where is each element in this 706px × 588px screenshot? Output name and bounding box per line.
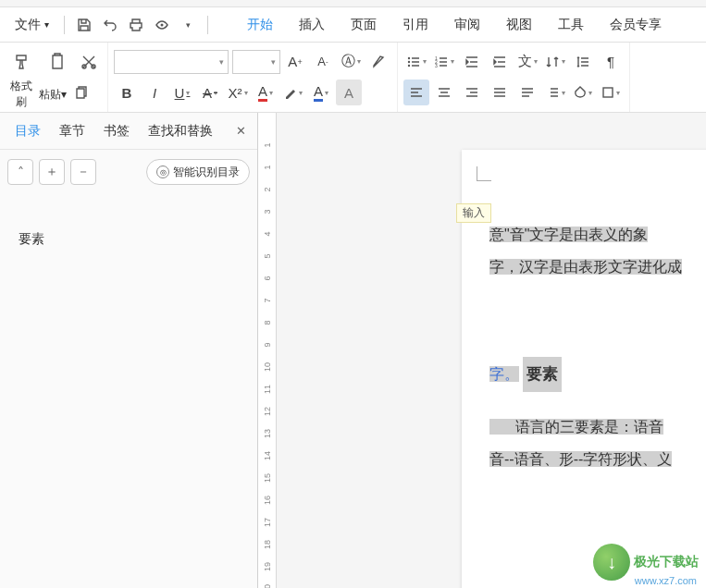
bold-icon[interactable]: B bbox=[114, 80, 140, 105]
copy-icon[interactable] bbox=[68, 80, 94, 106]
svg-text:3: 3 bbox=[435, 63, 438, 68]
text-span: 语言的三要素是：语音 bbox=[489, 419, 663, 435]
page-corner-mark bbox=[477, 166, 491, 181]
text-span: 意"音"文字是由表义的象 bbox=[489, 227, 648, 242]
superscript-icon[interactable]: X²▾ bbox=[225, 80, 251, 105]
print-icon[interactable] bbox=[124, 13, 148, 37]
font-box-icon[interactable]: A bbox=[336, 80, 362, 105]
outdent-icon[interactable] bbox=[459, 49, 485, 75]
outline-item[interactable]: 要素 bbox=[19, 231, 239, 248]
shading-icon[interactable]: ▾ bbox=[570, 80, 596, 105]
text-color-icon[interactable]: A▾ bbox=[308, 80, 334, 105]
increase-font-icon[interactable]: A+ bbox=[282, 49, 308, 75]
target-icon: ◎ bbox=[156, 165, 169, 178]
smart-recognize-button[interactable]: ◎ 智能识别目录 bbox=[146, 159, 250, 185]
text-span: 字，汉字是由表形文字进化成 bbox=[489, 259, 682, 275]
tab-review[interactable]: 审阅 bbox=[441, 9, 493, 41]
underline-icon[interactable]: U▾ bbox=[169, 80, 195, 105]
bullets-icon[interactable]: ▾ bbox=[403, 49, 429, 75]
svg-point-0 bbox=[161, 23, 164, 26]
ime-hint: 输入 bbox=[456, 203, 491, 223]
indent-icon[interactable] bbox=[487, 49, 513, 75]
chevron-down-icon[interactable]: ▾ bbox=[176, 13, 200, 37]
vertical-ruler: 11234567891011121314151617181920 bbox=[258, 113, 277, 588]
format-painter-label: 格式刷 bbox=[6, 79, 37, 110]
sidebar-tab-outline[interactable]: 目录 bbox=[6, 117, 50, 145]
close-icon[interactable]: ✕ bbox=[229, 120, 252, 142]
paste-label: 粘贴▾ bbox=[39, 87, 67, 103]
document-body[interactable]: 意"音"文字是由表义的象 字，汉字是由表形文字进化成 字。 要素 语言的三要素是… bbox=[489, 218, 706, 475]
tab-member[interactable]: 会员专享 bbox=[597, 9, 675, 41]
smart-recognize-label: 智能识别目录 bbox=[173, 165, 240, 180]
decrease-font-icon[interactable]: A- bbox=[310, 49, 336, 75]
tab-tools[interactable]: 工具 bbox=[545, 9, 597, 41]
align-justify-icon[interactable] bbox=[487, 80, 513, 105]
change-case-icon[interactable]: Ⓐ▾ bbox=[338, 49, 364, 75]
svg-point-4 bbox=[408, 61, 410, 63]
align-center-icon[interactable] bbox=[431, 80, 457, 105]
font-family-select[interactable]: ▾ bbox=[114, 50, 229, 74]
borders-icon[interactable]: ▾ bbox=[598, 80, 624, 105]
svg-point-3 bbox=[408, 57, 410, 59]
line-height-icon[interactable]: ▾ bbox=[542, 80, 568, 105]
highlight-icon[interactable]: ▾ bbox=[280, 80, 306, 105]
font-color-icon[interactable]: A▾ bbox=[253, 80, 279, 105]
distribute-icon[interactable] bbox=[514, 80, 540, 105]
undo-icon[interactable] bbox=[98, 13, 122, 37]
tab-page[interactable]: 页面 bbox=[338, 9, 390, 41]
sidebar-tab-bookmark[interactable]: 书签 bbox=[94, 117, 139, 145]
cut-icon[interactable] bbox=[76, 49, 102, 75]
sort-icon[interactable]: ▾ bbox=[542, 49, 568, 75]
italic-icon[interactable]: I bbox=[142, 80, 167, 105]
text-direction-icon[interactable]: 文▾ bbox=[514, 49, 540, 75]
strikethrough-icon[interactable]: A▾ bbox=[197, 80, 223, 105]
document-page: 输入 意"音"文字是由表义的象 字，汉字是由表形文字进化成 字。 要素 语言的三… bbox=[462, 150, 706, 588]
clear-format-icon[interactable] bbox=[365, 49, 391, 75]
chevron-down-icon: ▾ bbox=[44, 19, 49, 30]
tab-insert[interactable]: 插入 bbox=[286, 9, 338, 41]
preview-icon[interactable] bbox=[150, 13, 174, 37]
text-span: 字。 bbox=[489, 366, 519, 382]
tab-reference[interactable]: 引用 bbox=[390, 9, 441, 41]
align-right-icon[interactable] bbox=[459, 80, 485, 105]
line-spacing-icon[interactable] bbox=[570, 49, 596, 75]
add-icon[interactable]: ＋ bbox=[39, 159, 65, 185]
sidebar-tab-chapter[interactable]: 章节 bbox=[50, 117, 94, 145]
remove-icon[interactable]: － bbox=[70, 159, 96, 185]
paragraph-mark-icon[interactable]: ¶ bbox=[598, 49, 624, 75]
tab-view[interactable]: 视图 bbox=[493, 9, 545, 41]
align-left-icon[interactable] bbox=[403, 80, 429, 105]
watermark-url: www.xz7.com bbox=[635, 575, 697, 586]
numbering-icon[interactable]: 123▾ bbox=[431, 49, 457, 75]
svg-point-5 bbox=[408, 65, 410, 67]
text-span: 音--语音、形--字符形状、义 bbox=[489, 451, 672, 467]
save-icon[interactable] bbox=[72, 13, 96, 37]
sidebar-tab-find[interactable]: 查找和替换 bbox=[139, 117, 222, 145]
separator bbox=[207, 16, 208, 34]
svg-rect-9 bbox=[603, 88, 613, 97]
collapse-icon[interactable]: ˄ bbox=[7, 159, 33, 185]
font-size-select[interactable]: ▾ bbox=[232, 50, 280, 74]
tab-start[interactable]: 开始 bbox=[234, 9, 286, 41]
heading: 要素 bbox=[523, 357, 562, 391]
